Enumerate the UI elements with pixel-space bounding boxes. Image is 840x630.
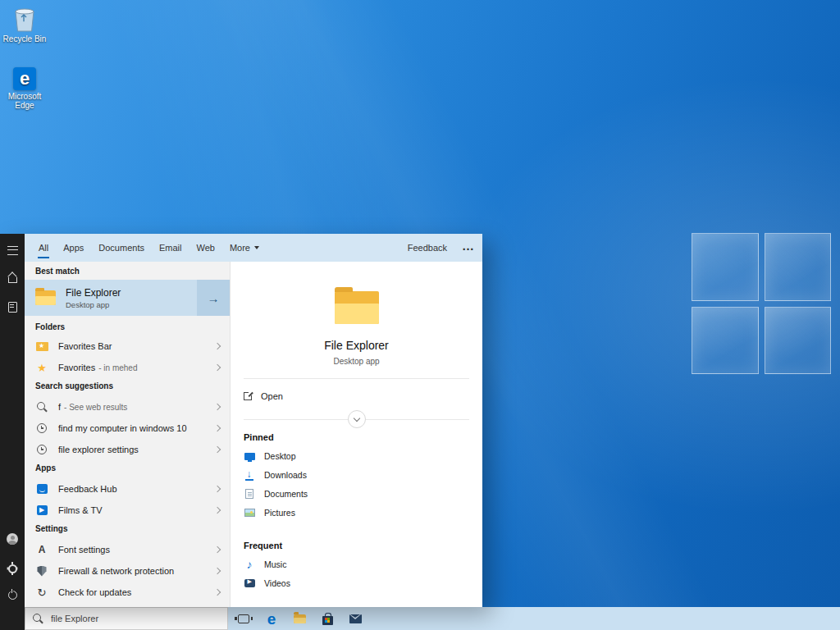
result-title: Font settings	[58, 545, 110, 555]
shield-icon	[35, 566, 48, 577]
pinned-item-desktop[interactable]: Desktop	[244, 447, 469, 465]
taskbar-mail-button[interactable]	[341, 607, 369, 630]
result-feedback-hub[interactable]: Feedback Hub	[25, 478, 230, 500]
result-title: Check for updates	[58, 587, 131, 597]
search-icon	[35, 402, 48, 413]
power-button[interactable]	[0, 585, 25, 605]
tab-documents[interactable]: Documents	[91, 234, 152, 262]
section-header-folders: Folders	[35, 322, 65, 331]
collapse-chevron-button[interactable]	[348, 410, 366, 428]
result-films-and-tv[interactable]: ▶ Films & TV	[25, 500, 230, 521]
journal-button[interactable]	[0, 297, 25, 317]
result-title: find my computer in windows 10	[58, 423, 187, 433]
pinned-item-pictures[interactable]: Pictures	[244, 504, 469, 522]
chevron-right-icon	[214, 546, 221, 553]
search-results-list: Best match File Explorer Desktop app → F…	[25, 262, 230, 607]
pinned-item-label: Downloads	[264, 470, 307, 480]
section-header-apps: Apps	[35, 463, 56, 472]
desktop-screen: Recycle Bin e Microsoft Edge All Apps Do…	[0, 0, 840, 630]
suggestion-f-web[interactable]: f - See web results	[25, 396, 230, 418]
preview-title: File Explorer	[231, 339, 482, 352]
result-check-for-updates[interactable]: ↻ Check for updates	[25, 582, 230, 603]
open-label: Open	[261, 391, 283, 401]
pinned-item-label: Documents	[264, 489, 308, 499]
taskbar-edge-button[interactable]: e	[258, 607, 285, 630]
frequent-item-videos[interactable]: ▶ Videos	[244, 574, 469, 592]
taskbar-icons: e	[230, 607, 369, 630]
best-match-title: File Explorer	[66, 287, 121, 299]
result-firewall-network-protection[interactable]: Firewall & network protection	[25, 560, 230, 582]
desktop-icon-microsoft-edge[interactable]: e Microsoft Edge	[2, 67, 48, 110]
home-button[interactable]	[0, 268, 25, 288]
chevron-right-icon	[214, 425, 221, 431]
document-icon	[244, 489, 255, 499]
search-rail	[0, 234, 25, 630]
result-title: Favorites Bar	[58, 341, 112, 351]
feedback-button[interactable]: Feedback	[400, 234, 454, 262]
tab-bar-spacer	[267, 234, 400, 262]
chevron-right-icon	[214, 589, 221, 596]
result-favorites[interactable]: ★ Favorites - in mehed	[25, 357, 230, 378]
preview-panel: File Explorer Desktop app Open Pinned De…	[230, 262, 482, 607]
hamburger-menu-button[interactable]	[0, 240, 25, 260]
open-action[interactable]: Open	[244, 386, 283, 406]
desktop-icon-label: Microsoft Edge	[2, 92, 48, 110]
pinned-item-downloads[interactable]: ↓ Downloads	[244, 466, 469, 484]
divider	[244, 378, 469, 379]
pinned-item-label: Desktop	[264, 451, 296, 461]
desktop-icon-recycle-bin[interactable]: Recycle Bin	[2, 5, 48, 43]
suggestion-file-explorer-settings[interactable]: file explorer settings	[25, 439, 230, 460]
windows-logo	[692, 233, 831, 374]
more-options-button[interactable]: …	[454, 234, 482, 262]
feedback-hub-icon	[35, 484, 48, 494]
refresh-icon: ↻	[35, 587, 48, 598]
tab-email[interactable]: Email	[152, 234, 189, 262]
search-flyout: All Apps Documents Email Web More Feedba…	[0, 234, 482, 607]
taskbar-store-button[interactable]	[313, 607, 341, 630]
tab-apps[interactable]: Apps	[56, 234, 91, 262]
go-to-result-button[interactable]: →	[197, 280, 230, 316]
settings-button[interactable]	[0, 559, 25, 578]
chevron-right-icon	[214, 364, 221, 371]
taskbar-search-box[interactable]	[25, 607, 228, 630]
history-icon	[35, 423, 48, 433]
best-match-result-file-explorer[interactable]: File Explorer Desktop app →	[25, 280, 230, 316]
frequent-item-music[interactable]: ♪ Music	[244, 555, 469, 573]
best-match-text: File Explorer Desktop app	[66, 287, 121, 309]
taskbar-file-explorer-button[interactable]	[285, 607, 313, 630]
user-avatar-button[interactable]	[0, 529, 25, 549]
result-title: Firewall & network protection	[58, 566, 174, 576]
desktop-icon-label: Recycle Bin	[3, 34, 47, 43]
right-arrow-icon: →	[208, 291, 220, 305]
tab-all[interactable]: All	[31, 234, 56, 262]
tab-more[interactable]: More	[222, 234, 267, 262]
chevron-down-icon	[353, 414, 359, 421]
chevron-right-icon	[214, 507, 221, 514]
task-view-button[interactable]	[230, 607, 258, 630]
music-note-icon: ♪	[244, 559, 255, 570]
pinned-item-documents[interactable]: Documents	[244, 485, 469, 503]
taskbar: e	[0, 607, 840, 630]
frequent-header: Frequent	[244, 541, 282, 550]
windows-logo-pane	[765, 233, 832, 301]
result-font-settings[interactable]: A Font settings	[25, 539, 230, 560]
result-title: Films & TV	[58, 505, 103, 515]
windows-logo-pane	[692, 307, 759, 375]
chevron-right-icon	[214, 343, 221, 349]
power-icon	[8, 591, 17, 600]
download-icon: ↓	[244, 470, 255, 481]
taskbar-search-input[interactable]	[51, 614, 207, 623]
windows-logo-pane	[765, 307, 832, 375]
file-explorer-folder-icon	[335, 291, 379, 324]
preview-subtitle: Desktop app	[231, 357, 482, 366]
tab-web[interactable]: Web	[189, 234, 221, 262]
section-header-search-suggestions: Search suggestions	[35, 381, 113, 390]
result-favorites-bar[interactable]: ★ Favorites Bar	[25, 336, 230, 357]
section-header-settings: Settings	[35, 524, 67, 533]
suggestion-find-my-computer[interactable]: find my computer in windows 10	[25, 418, 230, 439]
file-explorer-icon	[294, 614, 306, 623]
desktop-monitor-icon	[244, 453, 255, 460]
section-header-best-match: Best match	[35, 267, 80, 276]
result-note: - See web results	[64, 403, 127, 412]
journal-icon	[8, 302, 17, 313]
